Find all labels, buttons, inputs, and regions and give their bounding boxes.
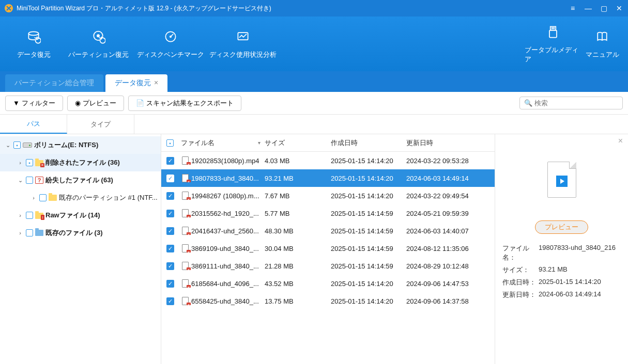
button-label: フィルター [22, 99, 55, 108]
preview-thumbnail-zone: プレビュー [502, 138, 621, 236]
search-box[interactable]: 🔍 [519, 97, 623, 109]
file-modified: 2024-08-12 11:35:06 [406, 245, 479, 252]
manual-icon [594, 28, 610, 45]
caret-down-icon[interactable]: ⌄ [4, 142, 11, 149]
tree-existing-partition[interactable]: › 既存のパーティション #1 (NTF... [0, 189, 161, 207]
row-checkbox[interactable]: ✓ [166, 157, 174, 165]
file-row[interactable]: ✓✕6185684-uhd_4096_...43.52 MB2025-01-15… [161, 275, 495, 292]
tree-label: 既存のパーティション #1 (NTF... [59, 193, 158, 202]
preview-panel: × プレビュー ファイル名：19807833-uhd_3840_216 サイズ：… [495, 134, 628, 364]
ribbon-manual[interactable]: マニュアル [581, 17, 623, 71]
tree-volume[interactable]: ⌄ ▪ ボリューム(E: NTFS) [0, 136, 161, 154]
ribbon-bootable-media[interactable]: ブータブルメディア [525, 17, 581, 71]
preview-play-button[interactable]: プレビュー [535, 220, 588, 234]
checkbox[interactable] [26, 177, 33, 184]
export-button[interactable]: 📄スキャン結果をエクスポート [128, 96, 241, 111]
caret-right-icon[interactable]: › [30, 195, 37, 201]
caret-right-icon[interactable]: › [17, 230, 24, 236]
tree-existing-files[interactable]: › 既存のファイル (3) [0, 224, 161, 242]
action-bar: ▼フィルター ◉プレビュー 📄スキャン結果をエクスポート 🔍 [0, 92, 628, 115]
caret-down-icon[interactable]: ⌄ [17, 177, 24, 184]
header-checkbox[interactable]: ▪ [166, 139, 174, 147]
file-row[interactable]: ✓✕20315562-hd_1920_...5.77 MB2025-01-15 … [161, 204, 495, 222]
file-row[interactable]: ✓✕20416437-uhd_2560...48.30 MB2025-01-15… [161, 222, 495, 240]
search-input[interactable] [534, 99, 621, 107]
caret-right-icon[interactable]: › [17, 160, 24, 166]
tree-lost-files[interactable]: ⌄ ? 紛失したファイル (63) [0, 171, 161, 189]
ribbon-partition-recovery[interactable]: パーティション復元 [62, 17, 134, 71]
video-file-icon [547, 162, 576, 198]
file-row[interactable]: ✓✕6558425-uhd_3840_...13.75 MB2025-01-15… [161, 292, 495, 310]
checkbox[interactable]: ▪ [13, 141, 21, 149]
meta-key: 作成日時： [502, 278, 539, 287]
menu-icon[interactable]: ≡ [568, 4, 577, 13]
file-row[interactable]: ✓✕3869109-uhd_3840_...30.04 MB2025-01-15… [161, 240, 495, 257]
col-size[interactable]: サイズ [265, 138, 331, 148]
subtab-type[interactable]: タイプ [67, 115, 134, 134]
row-checkbox[interactable]: ✓ [166, 245, 174, 252]
tab-partition-manage[interactable]: パーティション総合管理 [5, 74, 103, 92]
tab-label: パーティション総合管理 [14, 78, 94, 87]
file-size: 4.03 MB [265, 157, 331, 165]
ribbon-label: ディスクベンチマーク [137, 50, 204, 59]
row-checkbox[interactable]: ✓ [166, 210, 174, 217]
row-checkbox[interactable]: ✓ [166, 227, 174, 235]
meta-size: 93.21 MB [539, 265, 621, 275]
col-created[interactable]: 作成日時 [331, 138, 406, 148]
row-checkbox[interactable]: ✓ [166, 262, 174, 270]
file-modified: 2024-08-29 10:12:48 [406, 262, 479, 270]
file-name: 3869109-uhd_3840_... [191, 245, 259, 252]
button-label: プレビュー [83, 99, 116, 108]
svg-line-6 [171, 34, 173, 37]
file-size: 21.28 MB [265, 262, 331, 270]
col-modified[interactable]: 更新日時 [406, 138, 479, 148]
usage-analyzer-icon [235, 28, 251, 45]
checkbox[interactable] [26, 212, 33, 219]
caret-right-icon[interactable]: › [17, 212, 24, 218]
svg-point-1 [28, 31, 38, 35]
preview-metadata: ファイル名：19807833-uhd_3840_216 サイズ：93.21 MB… [502, 244, 621, 299]
preview-button[interactable]: ◉プレビュー [67, 96, 124, 111]
filter-button[interactable]: ▼フィルター [5, 96, 63, 111]
button-label: プレビュー [545, 223, 578, 231]
file-row[interactable]: ✓✕19202853(1080p).mp44.03 MB2025-01-15 1… [161, 152, 495, 169]
row-checkbox[interactable]: ✓ [166, 280, 174, 288]
eye-icon: ◉ [75, 99, 81, 107]
row-checkbox[interactable]: ✓ [166, 175, 174, 182]
row-checkbox[interactable]: ✓ [166, 192, 174, 200]
ribbon-disk-benchmark[interactable]: ディスクベンチマーク [134, 17, 207, 71]
ribbon-data-recovery[interactable]: データ復元 [5, 17, 62, 71]
file-icon: ✕ [181, 227, 189, 235]
file-row[interactable]: ✓✕19807833-uhd_3840...93.21 MB2025-01-15… [161, 169, 495, 187]
svg-point-3 [97, 35, 99, 37]
checkbox[interactable]: ▪ [26, 159, 33, 166]
maximize-icon[interactable]: ▢ [599, 4, 608, 13]
col-filename[interactable]: ファイル名▾ [181, 138, 265, 148]
file-icon: ✕ [181, 279, 189, 288]
file-row[interactable]: ✓✕19948267 (1080p).m...7.67 MB2025-01-15… [161, 187, 495, 204]
tree-label: ボリューム(E: NTFS) [34, 140, 98, 150]
file-list-body[interactable]: ✓✕19202853(1080p).mp44.03 MB2025-01-15 1… [161, 152, 495, 364]
col-label: 更新日時 [406, 139, 433, 147]
meta-filename: 19807833-uhd_3840_216 [539, 244, 621, 262]
tab-close-icon[interactable]: × [154, 78, 158, 87]
close-preview-icon[interactable]: × [618, 136, 623, 146]
file-size: 93.21 MB [265, 175, 331, 182]
close-icon[interactable]: ✕ [615, 4, 624, 13]
file-row[interactable]: ✓✕3869111-uhd_3840_...21.28 MB2025-01-15… [161, 257, 495, 275]
checkbox[interactable] [26, 229, 33, 236]
tree-label: 削除されたファイル (36) [45, 158, 120, 167]
tree-raw-files[interactable]: › ! Rawファイル (14) [0, 207, 161, 224]
tab-data-recovery[interactable]: データ復元× [105, 74, 167, 92]
file-icon: ✕ [181, 174, 189, 182]
subtab-label: パス [27, 119, 40, 129]
tree-deleted-files[interactable]: › ▪ ✕ 削除されたファイル (36) [0, 154, 161, 171]
file-name: 3869111-uhd_3840_... [191, 262, 259, 270]
minimize-icon[interactable]: — [584, 4, 593, 13]
subtab-path[interactable]: パス [0, 115, 67, 134]
row-checkbox[interactable]: ✓ [166, 297, 174, 305]
ribbon-disk-usage[interactable]: ディスク使用状況分析 [207, 17, 279, 71]
file-created: 2025-01-15 14:14:59 [331, 245, 406, 252]
file-modified: 2024-06-03 14:49:14 [406, 175, 479, 182]
checkbox[interactable] [39, 194, 47, 201]
